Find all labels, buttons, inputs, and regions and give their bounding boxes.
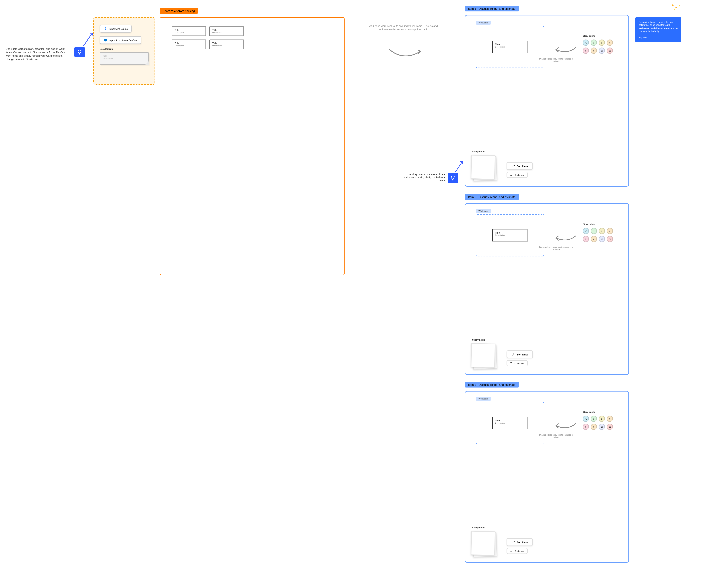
sticky-notes-label: Sticky notes bbox=[472, 151, 485, 153]
story-point-chip[interactable]: 8 bbox=[591, 236, 597, 242]
sort-ideas-button[interactable]: Sort Ideas bbox=[507, 162, 533, 170]
backlog-frame-title[interactable]: Team tasks from backlog bbox=[160, 8, 198, 14]
story-points-title: Story points bbox=[583, 223, 618, 225]
story-point-chip[interactable]: 2 bbox=[599, 416, 605, 422]
sticky-note-stack[interactable] bbox=[471, 155, 496, 180]
story-points-help: Drag and drop story points on cards to e… bbox=[539, 434, 574, 439]
story-point-chip[interactable]: 1 bbox=[591, 416, 597, 422]
wand-icon bbox=[512, 164, 515, 168]
story-point-chip[interactable]: 0.5 bbox=[583, 416, 589, 422]
sort-ideas-label: Sort Ideas bbox=[517, 353, 528, 356]
story-point-chip[interactable]: 21 bbox=[607, 47, 613, 54]
customize-button[interactable]: Customize bbox=[507, 548, 528, 554]
sort-ideas-button[interactable]: Sort Ideas bbox=[507, 350, 533, 358]
sticky-tip-text: Use sticky notes to add any additional r… bbox=[401, 173, 445, 182]
work-item-card-desc: Description bbox=[495, 46, 525, 48]
story-point-chip[interactable]: 13 bbox=[599, 47, 605, 54]
lucid-card-template[interactable]: Title Description bbox=[100, 52, 149, 65]
arrow-to-card-icon bbox=[554, 234, 577, 243]
item-frame-title[interactable]: Item 3 - Discuss, refine, and estimate bbox=[465, 382, 519, 388]
work-item-card[interactable]: Title Description bbox=[492, 229, 528, 242]
backlog-card[interactable]: TitleDescription bbox=[172, 40, 206, 49]
story-point-chip[interactable]: 5 bbox=[583, 236, 589, 242]
story-points-help: Drag and drop story points on cards to e… bbox=[539, 58, 574, 63]
story-point-chip[interactable]: 13 bbox=[599, 236, 605, 242]
work-item-dropzone[interactable]: Title Description bbox=[476, 26, 544, 68]
import-azure-button[interactable]: Import from Azure DevOps bbox=[100, 36, 141, 44]
story-point-chip[interactable]: 3 bbox=[607, 40, 613, 46]
work-item-card[interactable]: Title Description bbox=[492, 41, 528, 53]
item-frame-title[interactable]: Item 2 - Discuss, refine, and estimate bbox=[465, 194, 519, 200]
sticky-notes-label: Sticky notes bbox=[472, 339, 485, 341]
story-points-panel: Story points 0.5123581321 bbox=[580, 32, 620, 58]
story-points-panel: Story points 0.5123581321 bbox=[580, 221, 620, 246]
estimation-callout: Estimation banks can directly apply esti… bbox=[635, 17, 681, 42]
story-point-chip[interactable]: 5 bbox=[583, 423, 589, 430]
customize-label: Customize bbox=[515, 550, 524, 552]
story-points-panel: Story points 0.5123581321 bbox=[580, 409, 620, 434]
arrow-to-import-icon bbox=[81, 31, 95, 47]
mid-help-text: Add each work item to its own individual… bbox=[366, 25, 441, 31]
backlog-card-title: Title bbox=[175, 29, 203, 31]
arrow-to-card-icon bbox=[554, 421, 577, 431]
backlog-card-title: Title bbox=[212, 29, 241, 31]
story-point-chip[interactable]: 1 bbox=[591, 228, 597, 234]
story-points-title: Story points bbox=[583, 35, 618, 37]
work-item-card-desc: Description bbox=[495, 234, 525, 236]
lucid-cards-label: Lucid Cards bbox=[100, 47, 149, 50]
left-tip-text: Use Lucid Cards to plan, organize, and a… bbox=[6, 47, 71, 61]
customize-button[interactable]: Customize bbox=[507, 360, 528, 366]
customize-label: Customize bbox=[515, 362, 524, 364]
sticky-note-stack[interactable] bbox=[471, 531, 496, 557]
backlog-card-title: Title bbox=[175, 42, 203, 45]
backlog-card[interactable]: TitleDescription bbox=[210, 40, 244, 49]
story-point-chip[interactable]: 2 bbox=[599, 228, 605, 234]
sticky-notes-label: Sticky notes bbox=[472, 527, 485, 529]
story-point-chip[interactable]: 0.5 bbox=[583, 228, 589, 234]
story-point-chip[interactable]: 5 bbox=[583, 47, 589, 54]
item-frame-title[interactable]: Item 1 - Discuss, refine, and estimate bbox=[465, 6, 519, 12]
backlog-card-desc: Description bbox=[212, 45, 241, 47]
backlog-frame[interactable]: TitleDescriptionTitleDescriptionTitleDes… bbox=[160, 17, 345, 275]
backlog-card-desc: Description bbox=[175, 31, 203, 34]
story-point-chip[interactable]: 13 bbox=[599, 423, 605, 430]
work-item-label: Work item bbox=[476, 397, 491, 401]
backlog-card[interactable]: TitleDescription bbox=[172, 26, 206, 36]
story-point-chip[interactable]: 21 bbox=[607, 423, 613, 430]
story-point-chip[interactable]: 0.5 bbox=[583, 40, 589, 46]
work-item-dropzone[interactable]: Title Description bbox=[476, 402, 544, 444]
story-point-chip[interactable]: 21 bbox=[607, 236, 613, 242]
import-panel: Import Jira Issues Import from Azure Dev… bbox=[93, 17, 155, 85]
customize-button[interactable]: Customize bbox=[507, 172, 528, 178]
sticky-note-stack[interactable] bbox=[471, 344, 496, 369]
work-item-card[interactable]: Title Description bbox=[492, 417, 528, 429]
item-frame[interactable]: Work item Title Description Drag and dro… bbox=[465, 391, 629, 563]
import-jira-label: Import Jira Issues bbox=[109, 27, 128, 30]
callout-cta: Try it out! bbox=[639, 36, 678, 39]
backlog-card-desc: Description bbox=[175, 45, 203, 47]
story-points-help: Drag and drop story points on cards to e… bbox=[539, 246, 574, 251]
import-jira-button[interactable]: Import Jira Issues bbox=[100, 25, 132, 32]
lightbulb-icon bbox=[448, 173, 458, 183]
arrow-to-sticky-icon bbox=[453, 159, 465, 173]
sort-ideas-button[interactable]: Sort Ideas bbox=[507, 538, 533, 546]
sort-ideas-label: Sort Ideas bbox=[517, 165, 528, 168]
arrow-to-items-icon bbox=[388, 47, 423, 60]
story-points-title: Story points bbox=[583, 411, 618, 413]
item-frame[interactable]: Work item Title Description Drag and dro… bbox=[465, 15, 629, 187]
story-point-chip[interactable]: 3 bbox=[607, 228, 613, 234]
story-point-chip[interactable]: 8 bbox=[591, 47, 597, 54]
work-item-card-desc: Description bbox=[495, 422, 525, 424]
story-point-chip[interactable]: 1 bbox=[591, 40, 597, 46]
backlog-card-title: Title bbox=[212, 42, 241, 45]
item-frame[interactable]: Work item Title Description Drag and dro… bbox=[465, 203, 629, 375]
jira-icon bbox=[104, 27, 107, 30]
story-point-chip[interactable]: 2 bbox=[599, 40, 605, 46]
arrow-to-card-icon bbox=[554, 45, 577, 55]
work-item-dropzone[interactable]: Title Description bbox=[476, 214, 544, 257]
backlog-card[interactable]: TitleDescription bbox=[210, 26, 244, 36]
sliders-icon bbox=[510, 362, 513, 365]
story-point-chip[interactable]: 8 bbox=[591, 423, 597, 430]
work-item-card-title: Title bbox=[495, 419, 525, 422]
story-point-chip[interactable]: 3 bbox=[607, 416, 613, 422]
